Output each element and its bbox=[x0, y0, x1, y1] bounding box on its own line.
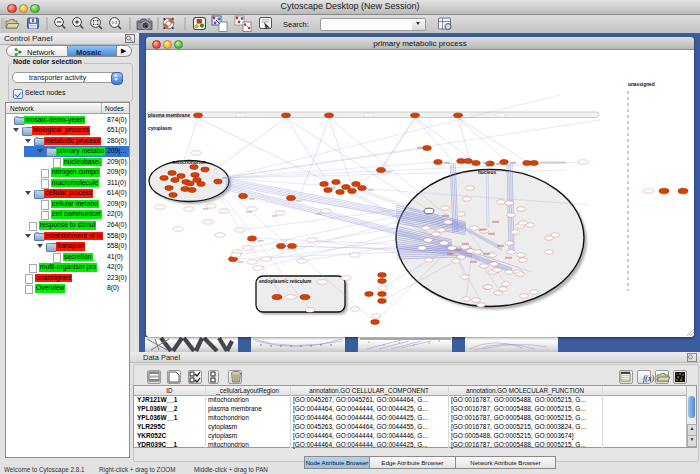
svg-text:mitochondrion: mitochondrion bbox=[172, 160, 206, 165]
svg-text:Search:: Search: bbox=[283, 20, 309, 29]
svg-text:endoplasmic reticulum: endoplasmic reticulum bbox=[259, 279, 311, 284]
svg-text:1:1: 1:1 bbox=[111, 20, 118, 25]
svg-text:cytoplasm: cytoplasm bbox=[148, 126, 172, 131]
svg-text:plasma membrane: plasma membrane bbox=[148, 113, 190, 118]
svg-text:unassigned: unassigned bbox=[628, 82, 655, 87]
svg-text:f(x): f(x) bbox=[643, 374, 654, 383]
